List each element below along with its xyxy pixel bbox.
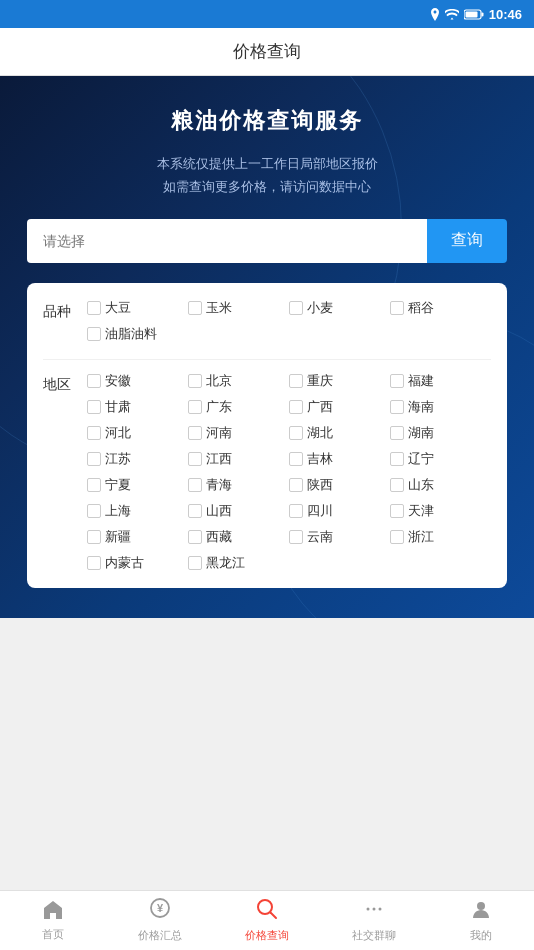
nav-label-my: 我的 — [470, 928, 492, 943]
region-qinghai[interactable]: 青海 — [188, 476, 289, 494]
region-hebei[interactable]: 河北 — [87, 424, 188, 442]
variety-checkbox-daog[interactable] — [390, 301, 404, 315]
regions-options: 安徽 北京 重庆 福建 甘肃 广东 广西 海南 河北 河南 湖北 湖南 江苏 江… — [87, 372, 491, 572]
region-zhejiang[interactable]: 浙江 — [390, 528, 491, 546]
variety-checkbox-yumi[interactable] — [188, 301, 202, 315]
regions-section: 地区 安徽 北京 重庆 福建 甘肃 广东 广西 海南 河北 河南 湖北 湖南 江… — [43, 372, 491, 572]
location-icon — [430, 8, 440, 21]
page-title: 价格查询 — [233, 40, 301, 63]
variety-option-xiaomai[interactable]: 小麦 — [289, 299, 390, 317]
status-time: 10:46 — [489, 7, 522, 22]
region-heilongjiang[interactable]: 黑龙江 — [188, 554, 289, 572]
region-yunnan[interactable]: 云南 — [289, 528, 390, 546]
region-jiangsu[interactable]: 江苏 — [87, 450, 188, 468]
svg-rect-2 — [481, 12, 483, 16]
nav-label-price-query: 价格查询 — [245, 928, 289, 943]
region-ningxia[interactable]: 宁夏 — [87, 476, 188, 494]
region-liaoning[interactable]: 辽宁 — [390, 450, 491, 468]
status-bar: 10:46 — [0, 0, 534, 28]
wifi-icon — [445, 9, 459, 20]
variety-option-youzhi[interactable]: 油脂油料 — [87, 325, 188, 343]
divider — [43, 359, 491, 360]
status-icons: 10:46 — [430, 7, 522, 22]
my-icon — [470, 898, 492, 925]
social-chat-icon — [363, 898, 385, 925]
svg-point-9 — [378, 908, 381, 911]
variety-checkbox-youzhi[interactable] — [87, 327, 101, 341]
region-shanxi[interactable]: 山西 — [188, 502, 289, 520]
varieties-label: 品种 — [43, 303, 79, 321]
nav-item-price-summary[interactable]: ¥ 价格汇总 — [107, 891, 214, 950]
varieties-options: 大豆 玉米 小麦 稻谷 — [87, 299, 491, 343]
region-shaanxi[interactable]: 陕西 — [289, 476, 390, 494]
region-neimenggu[interactable]: 内蒙古 — [87, 554, 188, 572]
nav-item-home[interactable]: 首页 — [0, 891, 107, 950]
svg-point-8 — [372, 908, 375, 911]
filter-card: 品种 大豆 玉米 小麦 稻谷 — [27, 283, 507, 588]
hero-section: 粮油价格查询服务 本系统仅提供上一工作日局部地区报价 如需查询更多价格，请访问数… — [0, 76, 534, 618]
varieties-section: 品种 大豆 玉米 小麦 稻谷 — [43, 299, 491, 343]
svg-rect-1 — [465, 11, 477, 17]
region-tianjin[interactable]: 天津 — [390, 502, 491, 520]
nav-bar: 价格查询 — [0, 28, 534, 76]
hero-title: 粮油价格查询服务 — [171, 106, 363, 136]
search-bar: 查询 — [27, 219, 507, 263]
search-button[interactable]: 查询 — [427, 219, 507, 263]
region-xinjiang[interactable]: 新疆 — [87, 528, 188, 546]
region-hunan[interactable]: 湖南 — [390, 424, 491, 442]
region-shanghai[interactable]: 上海 — [87, 502, 188, 520]
nav-item-my[interactable]: 我的 — [427, 891, 534, 950]
region-anhui[interactable]: 安徽 — [87, 372, 188, 390]
variety-option-daog[interactable]: 稻谷 — [390, 299, 491, 317]
region-xizang[interactable]: 西藏 — [188, 528, 289, 546]
region-chongqing[interactable]: 重庆 — [289, 372, 390, 390]
nav-item-social-chat[interactable]: 社交群聊 — [320, 891, 427, 950]
nav-label-price-summary: 价格汇总 — [138, 928, 182, 943]
nav-label-social-chat: 社交群聊 — [352, 928, 396, 943]
regions-label: 地区 — [43, 376, 79, 394]
svg-text:¥: ¥ — [157, 902, 164, 914]
variety-checkbox-xiaomai[interactable] — [289, 301, 303, 315]
region-sichuan[interactable]: 四川 — [289, 502, 390, 520]
region-henan[interactable]: 河南 — [188, 424, 289, 442]
nav-label-home: 首页 — [42, 927, 64, 942]
region-gansu[interactable]: 甘肃 — [87, 398, 188, 416]
search-input[interactable] — [27, 219, 427, 263]
variety-option-yumi[interactable]: 玉米 — [188, 299, 289, 317]
svg-line-6 — [270, 913, 276, 919]
bottom-nav: 首页 ¥ 价格汇总 价格查询 社交群聊 — [0, 890, 534, 950]
region-guangxi[interactable]: 广西 — [289, 398, 390, 416]
region-hainan[interactable]: 海南 — [390, 398, 491, 416]
svg-point-7 — [366, 908, 369, 911]
home-icon — [42, 899, 64, 924]
region-guangdong[interactable]: 广东 — [188, 398, 289, 416]
hero-subtitle: 本系统仅提供上一工作日局部地区报价 如需查询更多价格，请访问数据中心 — [157, 152, 378, 199]
svg-point-10 — [477, 902, 485, 910]
variety-checkbox-dasou[interactable] — [87, 301, 101, 315]
region-fujian[interactable]: 福建 — [390, 372, 491, 390]
region-beijing[interactable]: 北京 — [188, 372, 289, 390]
region-jilin[interactable]: 吉林 — [289, 450, 390, 468]
region-hubei[interactable]: 湖北 — [289, 424, 390, 442]
main-content: 粮油价格查询服务 本系统仅提供上一工作日局部地区报价 如需查询更多价格，请访问数… — [0, 76, 534, 890]
region-jiangxi[interactable]: 江西 — [188, 450, 289, 468]
nav-item-price-query[interactable]: 价格查询 — [214, 891, 321, 950]
variety-option-dasou[interactable]: 大豆 — [87, 299, 188, 317]
battery-icon — [464, 9, 484, 20]
price-query-icon — [256, 898, 278, 925]
region-shandong[interactable]: 山东 — [390, 476, 491, 494]
price-summary-icon: ¥ — [150, 898, 170, 925]
